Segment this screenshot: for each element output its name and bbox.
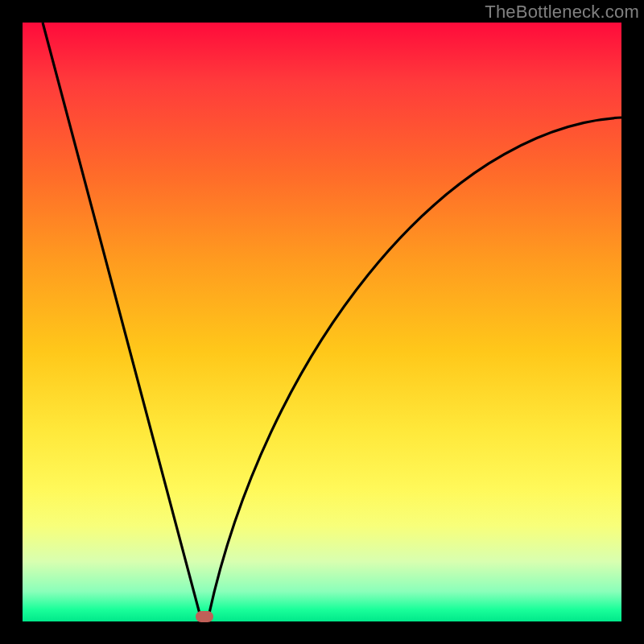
watermark-text: TheBottleneck.com [485,2,639,23]
plot-area [23,23,621,621]
curve-right-branch [208,118,621,617]
minimum-marker [196,611,213,622]
bottleneck-curve [23,23,621,621]
curve-left-branch [43,23,200,617]
chart-frame: TheBottleneck.com [0,0,644,644]
